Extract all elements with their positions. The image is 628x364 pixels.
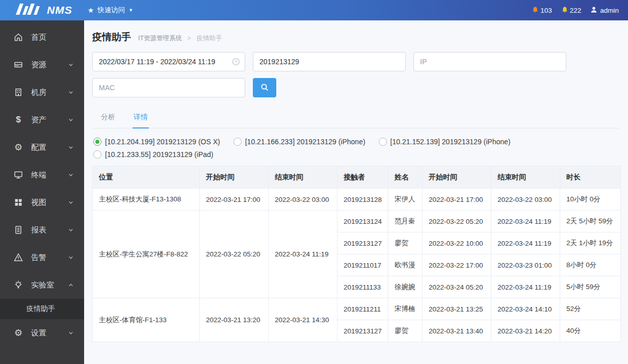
sidebar-item-资源[interactable]: 资源 bbox=[0, 51, 84, 79]
star-icon: ★ bbox=[88, 6, 94, 14]
account-field-wrap bbox=[253, 52, 406, 71]
asset-dollar-icon: $ bbox=[13, 115, 23, 125]
sidebar-item-label: 资产 bbox=[31, 115, 46, 125]
sidebar-item-终端[interactable]: 终端 bbox=[0, 161, 84, 189]
date-range-input[interactable] bbox=[92, 52, 245, 71]
breadcrumb: IT资源管理系统 > 疫情助手 bbox=[138, 34, 222, 43]
contact-start-cell: 2022-03-24 05:20 bbox=[423, 276, 491, 298]
table-row: 主校区-学生公寓27楼-F8-8222022-03-22 05:202022-0… bbox=[93, 211, 621, 232]
config-gear-icon: ⚙ bbox=[13, 142, 23, 152]
contact-start-cell: 2022-03-21 13:25 bbox=[423, 298, 491, 320]
sidebar-item-资产[interactable]: $资产 bbox=[0, 106, 84, 134]
contact-end-cell: 2022-03-21 14:20 bbox=[491, 320, 560, 342]
page-title: 疫情助手 bbox=[92, 31, 131, 44]
sidebar-item-配置[interactable]: ⚙配置 bbox=[0, 134, 84, 161]
chevron-down-icon bbox=[67, 143, 75, 151]
nms-logo[interactable]: NMS bbox=[15, 4, 72, 17]
sidebar-item-首页[interactable]: 首页 bbox=[0, 23, 84, 51]
duration-cell: 10小时 0分 bbox=[560, 189, 621, 211]
contact-name-cell: 欧书漫 bbox=[388, 254, 423, 276]
contact-id-cell: 2019211133 bbox=[337, 276, 388, 298]
table-row: 主校区-体育馆-F1-1332022-03-21 13:202022-03-21… bbox=[93, 298, 621, 320]
chevron-down-icon bbox=[67, 198, 75, 206]
contact-name-cell: 宋博楠 bbox=[388, 298, 423, 320]
chevron-down-icon bbox=[67, 171, 75, 179]
device-radio-label: [10.21.233.55] 2019213129 (iPad) bbox=[105, 150, 214, 159]
duration-cell: 52分 bbox=[560, 298, 621, 320]
topbar-right: 103 222 admin bbox=[532, 6, 619, 15]
radio-unselected-icon bbox=[233, 138, 242, 146]
tabs: 分析 详情 bbox=[92, 109, 620, 128]
device-radio-0[interactable]: [10.21.204.199] 2019213129 (OS X) bbox=[93, 138, 220, 146]
account-input[interactable] bbox=[253, 52, 406, 71]
mac-input[interactable] bbox=[92, 78, 245, 97]
tab-details[interactable]: 详情 bbox=[133, 109, 149, 128]
username: admin bbox=[600, 7, 619, 14]
location-cell: 主校区-科技大厦-F13-1308 bbox=[93, 189, 200, 211]
location-cell: 主校区-学生公寓27楼-F8-822 bbox=[93, 211, 200, 298]
ip-input[interactable] bbox=[413, 52, 566, 71]
device-radio-group: [10.21.204.199] 2019213129 (OS X)[10.21.… bbox=[93, 138, 606, 159]
column-header: 时长 bbox=[560, 166, 621, 189]
search-icon bbox=[260, 83, 269, 93]
mac-field-wrap bbox=[92, 78, 245, 97]
sidebar-item-label: 终端 bbox=[31, 170, 46, 180]
contact-name-cell: 徐婉婉 bbox=[388, 276, 423, 298]
sidebar-item-告警[interactable]: 告警 bbox=[0, 244, 84, 271]
sidebar-subitem-疫情助手[interactable]: 疫情助手 bbox=[0, 299, 84, 319]
contact-end-cell: 2022-03-22 03:00 bbox=[491, 189, 560, 211]
logo-stripes-icon bbox=[15, 4, 42, 17]
visit-end-cell: 2022-03-24 11:19 bbox=[269, 211, 337, 298]
radio-unselected-icon bbox=[93, 150, 101, 159]
caret-down-icon: ▼ bbox=[128, 8, 133, 13]
views-grid-icon bbox=[13, 197, 23, 207]
alert-notification-badge[interactable]: 103 bbox=[532, 6, 552, 15]
contact-start-cell: 2022-03-22 10:00 bbox=[423, 232, 491, 254]
contact-name-cell: 廖贺 bbox=[388, 232, 423, 254]
visit-end-cell: 2022-03-22 03:00 bbox=[269, 189, 337, 211]
date-range-field-wrap bbox=[92, 52, 245, 71]
warning-notification-badge[interactable]: 222 bbox=[561, 6, 582, 15]
tab-analysis[interactable]: 分析 bbox=[100, 109, 116, 128]
contact-id-cell: 2019213127 bbox=[337, 232, 388, 254]
alert-triangle-icon bbox=[13, 252, 23, 263]
contact-end-cell: 2022-03-24 14:10 bbox=[491, 298, 560, 320]
visit-end-cell: 2022-03-21 14:30 bbox=[269, 298, 337, 342]
lab-bulb-icon bbox=[13, 280, 23, 290]
sidebar-item-视图[interactable]: 视图 bbox=[0, 189, 84, 216]
duration-cell: 5小时 59分 bbox=[560, 276, 621, 298]
sidebar-item-label: 报表 bbox=[31, 225, 46, 235]
user-menu[interactable]: admin bbox=[590, 6, 619, 15]
home-icon bbox=[13, 32, 23, 42]
sidebar-item-实验室[interactable]: 实验室 bbox=[0, 271, 84, 299]
chevron-up-icon bbox=[67, 281, 75, 289]
table-header-row: 位置开始时间结束时间接触者姓名开始时间结束时间时长 bbox=[93, 166, 621, 189]
visit-start-cell: 2022-03-22 05:20 bbox=[200, 211, 269, 298]
device-radio-1[interactable]: [10.21.166.233] 2019213129 (iPhone) bbox=[233, 138, 365, 146]
search-filters bbox=[92, 52, 577, 97]
device-radio-2[interactable]: [10.21.152.139] 2019213129 (iPhone) bbox=[379, 138, 511, 146]
contact-end-cell: 2022-03-24 11:19 bbox=[491, 232, 560, 254]
datacenter-icon bbox=[13, 87, 23, 97]
contact-name-cell: 廖贺 bbox=[388, 320, 423, 342]
column-header: 结束时间 bbox=[491, 166, 560, 189]
column-header: 接触者 bbox=[337, 166, 388, 189]
sidebar: 首页资源机房$资产⚙配置终端视图报表告警实验室疫情助手⚙设置 bbox=[0, 20, 84, 364]
contact-name-cell: 宋伊人 bbox=[388, 189, 423, 211]
duration-cell: 2天 5小时 59分 bbox=[560, 211, 621, 232]
device-radio-3[interactable]: [10.21.233.55] 2019213129 (iPad) bbox=[93, 150, 214, 159]
breadcrumb-separator: > bbox=[188, 35, 191, 42]
duration-cell: 40分 bbox=[560, 320, 621, 342]
storage-icon bbox=[13, 60, 23, 70]
breadcrumb-root[interactable]: IT资源管理系统 bbox=[138, 35, 182, 42]
sidebar-item-设置[interactable]: ⚙设置 bbox=[0, 319, 84, 347]
column-header: 结束时间 bbox=[269, 166, 337, 189]
sidebar-item-报表[interactable]: 报表 bbox=[0, 216, 84, 244]
sidebar-item-机房[interactable]: 机房 bbox=[0, 79, 84, 106]
device-radio-label: [10.21.166.233] 2019213129 (iPhone) bbox=[245, 138, 365, 146]
column-header: 位置 bbox=[93, 166, 200, 189]
contact-end-cell: 2022-03-24 11:19 bbox=[491, 276, 560, 298]
quick-access-menu[interactable]: ★ 快速访问 ▼ bbox=[88, 6, 133, 15]
search-button[interactable] bbox=[253, 78, 276, 97]
contact-id-cell: 2019213127 bbox=[337, 320, 388, 342]
